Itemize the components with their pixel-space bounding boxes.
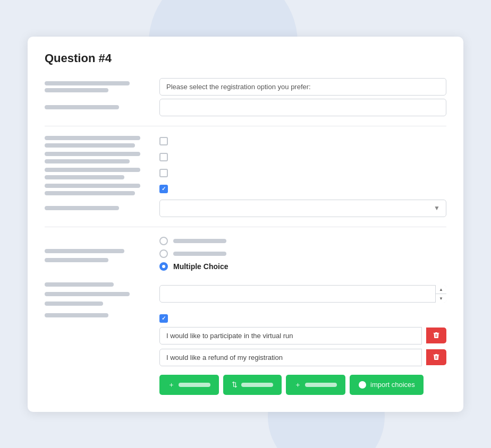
subtitle-input[interactable]	[159, 99, 446, 116]
skeleton-line	[45, 152, 140, 156]
checkbox-row-2	[45, 152, 446, 163]
dropdown-area: ▼	[159, 200, 446, 217]
dropdown-select[interactable]	[159, 200, 446, 217]
trash-icon	[433, 332, 440, 339]
btn-label-skeleton-1	[179, 383, 210, 387]
question-text-input-area	[159, 78, 446, 96]
skeleton-line	[45, 81, 130, 85]
page-background: Question #4	[0, 0, 491, 448]
checkbox-label-1	[45, 136, 151, 148]
radio-option-3-selected[interactable]	[159, 262, 168, 271]
checkbox-label-2	[45, 152, 151, 163]
choice-input-2[interactable]	[159, 349, 422, 366]
skeleton-line	[45, 249, 124, 253]
skeleton-line	[45, 88, 108, 92]
choice-row-2	[159, 349, 446, 366]
select-wrapper: ▼	[159, 200, 446, 217]
required-checkbox-checked[interactable]	[159, 314, 168, 323]
required-checkbox[interactable]	[159, 314, 168, 323]
number-input-row: ▲ ▼	[45, 282, 446, 306]
question-card: Question #4	[28, 37, 463, 412]
checkbox-4[interactable]	[159, 185, 168, 193]
sort-icon: ⇅	[232, 381, 238, 389]
radio-row-3: Multiple Choice	[159, 262, 446, 271]
type-label-area	[45, 249, 151, 262]
required-label-area	[45, 313, 151, 317]
skeleton-line	[45, 184, 140, 188]
choices-area: ＋ ⇅ ＋ import choices	[159, 327, 446, 395]
choice-row-1	[159, 327, 446, 344]
checkbox-row-4	[45, 184, 446, 195]
checkbox-3[interactable]	[159, 169, 168, 177]
spinners: ▲ ▼	[435, 285, 446, 303]
choice-input-1[interactable]	[159, 327, 422, 344]
add-other-button[interactable]: ＋	[286, 375, 345, 395]
skeleton-line	[45, 136, 140, 140]
radio-row-2	[159, 249, 446, 258]
number-label-area	[45, 282, 151, 306]
trash-icon	[433, 354, 440, 361]
checkbox-row-1	[45, 136, 446, 148]
plus-circle-icon: ＋	[294, 380, 301, 390]
plus-icon: ＋	[168, 380, 175, 390]
label-area-dropdown	[45, 206, 151, 210]
import-choices-button[interactable]: import choices	[350, 375, 424, 395]
skeleton-line	[45, 191, 135, 195]
btn-label-skeleton-3	[305, 383, 337, 387]
skeleton-line	[45, 168, 140, 172]
action-buttons-area: ＋ ⇅ ＋ import choices	[159, 375, 446, 395]
skeleton-line	[45, 105, 119, 109]
skeleton-line	[45, 175, 124, 179]
delete-choice-2-button[interactable]	[426, 349, 446, 365]
checkbox-checked-4[interactable]	[159, 185, 168, 193]
btn-label-skeleton-2	[241, 383, 273, 387]
required-row	[45, 313, 446, 323]
spinner-up-button[interactable]: ▲	[436, 285, 446, 294]
radio-options-area: Multiple Choice	[159, 237, 446, 275]
import-choices-label: import choices	[370, 381, 415, 389]
label-area-2	[45, 105, 151, 109]
radio-label-skeleton-2	[173, 252, 226, 256]
skeleton-line	[45, 282, 114, 287]
question-text-row	[45, 78, 446, 96]
skeleton-line	[45, 313, 108, 317]
checkbox-2[interactable]	[159, 153, 168, 161]
skeleton-line	[45, 206, 119, 210]
checkbox-label-4	[45, 184, 151, 195]
radio-option-3-label: Multiple Choice	[173, 262, 228, 271]
spinner-down-button[interactable]: ▼	[436, 294, 446, 303]
checkbox-unchecked-1[interactable]	[159, 137, 168, 145]
skeleton-line	[45, 301, 103, 306]
sort-button[interactable]: ⇅	[223, 375, 282, 395]
radio-option-1[interactable]	[159, 237, 168, 245]
skeleton-line	[45, 292, 130, 296]
checkbox-row-3	[45, 168, 446, 179]
subtitle-input-area	[159, 99, 446, 116]
import-icon	[358, 381, 367, 389]
label-area-1	[45, 81, 151, 92]
number-select-wrapper: ▲ ▼	[159, 285, 446, 303]
skeleton-line	[45, 143, 135, 148]
divider-1	[45, 126, 446, 126]
dropdown-row: ▼	[45, 200, 446, 217]
checkbox-1[interactable]	[159, 137, 168, 145]
radio-label-skeleton-1	[173, 239, 226, 243]
checkbox-unchecked-3[interactable]	[159, 169, 168, 177]
add-choice-button[interactable]: ＋	[159, 375, 219, 395]
skeleton-line	[45, 159, 130, 163]
divider-2	[45, 227, 446, 227]
question-text-input[interactable]	[159, 78, 446, 96]
type-selection-row: Multiple Choice	[45, 237, 446, 275]
number-input[interactable]	[159, 285, 446, 303]
skeleton-line	[45, 258, 108, 262]
delete-choice-1-button[interactable]	[426, 328, 446, 343]
radio-option-2[interactable]	[159, 249, 168, 258]
number-input-area: ▲ ▼	[159, 285, 446, 303]
radio-row-1	[159, 237, 446, 245]
subtitle-row	[45, 99, 446, 116]
checkbox-label-3	[45, 168, 151, 179]
checkbox-unchecked-2[interactable]	[159, 153, 168, 161]
page-title: Question #4	[45, 51, 446, 65]
